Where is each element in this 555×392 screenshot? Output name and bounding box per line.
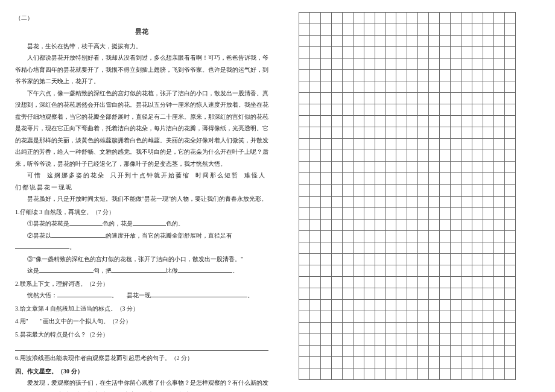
grid-cell[interactable] [461, 265, 472, 276]
grid-cell[interactable] [353, 196, 364, 207]
grid-cell[interactable] [418, 24, 429, 36]
grid-cell[interactable] [331, 70, 342, 81]
grid-cell[interactable] [331, 242, 342, 253]
grid-cell[interactable] [483, 311, 493, 322]
grid-cell[interactable] [418, 93, 429, 104]
grid-cell[interactable] [429, 150, 440, 162]
grid-cell[interactable] [504, 230, 515, 242]
grid-cell[interactable] [353, 230, 364, 242]
grid-cell[interactable] [493, 276, 504, 288]
grid-cell[interactable] [342, 116, 353, 127]
grid-cell[interactable] [429, 162, 440, 173]
grid-cell[interactable] [364, 345, 375, 356]
grid-cell[interactable] [451, 265, 461, 276]
grid-cell[interactable] [483, 116, 493, 127]
grid-cell[interactable] [375, 70, 385, 81]
grid-cell[interactable] [396, 127, 407, 139]
grid-cell[interactable] [396, 173, 407, 185]
grid-cell[interactable] [461, 93, 472, 104]
grid-cell[interactable] [472, 185, 483, 196]
grid-cell[interactable] [493, 13, 504, 24]
grid-cell[interactable] [353, 276, 364, 288]
grid-cell[interactable] [364, 334, 375, 345]
grid-cell[interactable] [331, 265, 342, 276]
grid-cell[interactable] [418, 104, 429, 116]
grid-cell[interactable] [385, 288, 396, 299]
grid-cell[interactable] [504, 322, 515, 334]
grid-cell[interactable] [353, 127, 364, 139]
grid-cell[interactable] [461, 127, 472, 139]
grid-cell[interactable] [440, 345, 451, 356]
grid-cell[interactable] [472, 70, 483, 81]
grid-cell[interactable] [504, 47, 515, 58]
grid-cell[interactable] [331, 276, 342, 288]
grid-cell[interactable] [418, 58, 429, 70]
grid-cell[interactable] [320, 162, 331, 173]
grid-cell[interactable] [364, 127, 375, 139]
grid-cell[interactable] [320, 185, 331, 196]
grid-cell[interactable] [407, 356, 418, 368]
grid-cell[interactable] [493, 47, 504, 58]
grid-cell[interactable] [504, 334, 515, 345]
grid-cell[interactable] [440, 127, 451, 139]
grid-cell[interactable] [483, 58, 493, 70]
grid-cell[interactable] [309, 81, 320, 93]
grid-cell[interactable] [493, 139, 504, 150]
grid-cell[interactable] [320, 150, 331, 162]
grid-cell[interactable] [299, 299, 310, 311]
grid-cell[interactable] [299, 253, 310, 265]
grid-cell[interactable] [461, 356, 472, 368]
grid-cell[interactable] [493, 196, 504, 207]
grid-cell[interactable] [385, 230, 396, 242]
grid-cell[interactable] [451, 253, 461, 265]
grid-cell[interactable] [342, 288, 353, 299]
grid-cell[interactable] [299, 81, 310, 93]
grid-cell[interactable] [504, 219, 515, 230]
grid-cell[interactable] [331, 24, 342, 36]
grid-cell[interactable] [429, 81, 440, 93]
grid-cell[interactable] [342, 173, 353, 185]
grid-cell[interactable] [375, 47, 385, 58]
grid-cell[interactable] [299, 93, 310, 104]
grid-cell[interactable] [451, 207, 461, 219]
grid-cell[interactable] [407, 276, 418, 288]
grid-cell[interactable] [472, 81, 483, 93]
grid-cell[interactable] [342, 207, 353, 219]
grid-cell[interactable] [396, 70, 407, 81]
grid-cell[interactable] [440, 334, 451, 345]
grid-cell[interactable] [504, 150, 515, 162]
grid-cell[interactable] [320, 139, 331, 150]
grid-cell[interactable] [309, 311, 320, 322]
grid-cell[interactable] [472, 139, 483, 150]
grid-cell[interactable] [309, 196, 320, 207]
grid-cell[interactable] [353, 219, 364, 230]
grid-cell[interactable] [493, 345, 504, 356]
grid-cell[interactable] [342, 356, 353, 368]
grid-cell[interactable] [440, 356, 451, 368]
grid-cell[interactable] [472, 356, 483, 368]
grid-cell[interactable] [493, 322, 504, 334]
grid-cell[interactable] [342, 162, 353, 173]
grid-cell[interactable] [418, 127, 429, 139]
grid-cell[interactable] [407, 253, 418, 265]
grid-cell[interactable] [375, 150, 385, 162]
grid-cell[interactable] [472, 116, 483, 127]
grid-cell[interactable] [504, 93, 515, 104]
grid-cell[interactable] [429, 36, 440, 47]
grid-cell[interactable] [461, 13, 472, 24]
grid-cell[interactable] [440, 70, 451, 81]
grid-cell[interactable] [375, 334, 385, 345]
grid-cell[interactable] [353, 24, 364, 36]
grid-cell[interactable] [472, 322, 483, 334]
grid-cell[interactable] [342, 13, 353, 24]
grid-cell[interactable] [375, 139, 385, 150]
grid-cell[interactable] [504, 265, 515, 276]
grid-cell[interactable] [429, 58, 440, 70]
grid-cell[interactable] [504, 196, 515, 207]
grid-cell[interactable] [429, 196, 440, 207]
grid-cell[interactable] [320, 219, 331, 230]
grid-cell[interactable] [472, 219, 483, 230]
grid-cell[interactable] [407, 139, 418, 150]
grid-cell[interactable] [429, 104, 440, 116]
grid-cell[interactable] [451, 150, 461, 162]
